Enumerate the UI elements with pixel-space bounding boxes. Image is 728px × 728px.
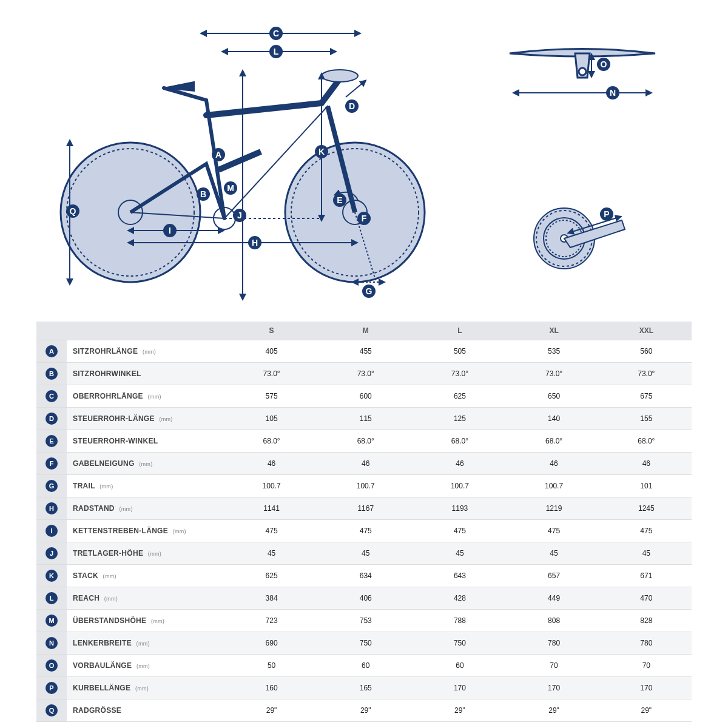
row-value: 170 — [413, 677, 507, 699]
row-label: SITZROHRLÄNGE (mm) — [67, 340, 224, 363]
row-key-badge: N — [46, 637, 58, 649]
svg-text:L: L — [274, 47, 279, 56]
row-value: 45 — [601, 542, 692, 565]
row-value: 73.0° — [318, 363, 413, 385]
row-value: 788 — [413, 610, 507, 632]
row-key-badge: A — [46, 345, 58, 357]
geometry-table: SMLXLXXL ASITZROHRLÄNGE (mm)405455505535… — [36, 322, 692, 722]
row-value: 29" — [318, 699, 413, 722]
svg-text:J: J — [237, 211, 242, 220]
dim-badge-c: C — [269, 27, 283, 40]
handlebar-diagram: O N — [504, 35, 661, 108]
svg-text:N: N — [610, 88, 616, 98]
row-key-badge: O — [46, 659, 58, 672]
geo-row: GTRAIL (mm)100.7100.7100.7100.7101 — [36, 475, 692, 497]
row-key-badge: I — [46, 525, 58, 537]
geo-row: KSTACK (mm)625634643657671 — [36, 565, 692, 587]
geo-row: JTRETLAGER-HÖHE (mm)4545454545 — [36, 542, 692, 565]
row-value: 657 — [507, 565, 601, 587]
row-value: 828 — [601, 610, 692, 632]
row-value: 1245 — [601, 497, 692, 520]
row-key-badge: F — [46, 457, 58, 470]
row-label: TRETLAGER-HÖHE (mm) — [67, 542, 224, 565]
row-value: 505 — [413, 340, 507, 363]
dim-badge-h: H — [248, 236, 261, 249]
row-value: 45 — [413, 542, 507, 565]
row-key-badge: Q — [46, 704, 58, 716]
crank-diagram: P — [528, 190, 637, 281]
row-value: 29" — [507, 699, 601, 722]
row-label: STEUERROHR-LÄNGE (mm) — [67, 408, 224, 430]
row-value: 45 — [224, 542, 318, 565]
row-key-badge: K — [46, 570, 58, 582]
row-value: 475 — [318, 520, 413, 542]
svg-text:M: M — [227, 183, 234, 193]
row-value: 690 — [224, 632, 318, 655]
row-label: SITZROHRWINKEL — [67, 363, 224, 385]
row-value: 155 — [601, 408, 692, 430]
row-key-badge: L — [46, 592, 58, 604]
row-label: STEUERROHR-WINKEL — [67, 430, 224, 453]
svg-text:G: G — [366, 286, 372, 296]
row-value: 650 — [507, 385, 601, 408]
dim-badge-p: P — [600, 207, 613, 221]
dim-badge-b: B — [197, 187, 210, 201]
svg-text:H: H — [252, 238, 258, 248]
dim-badge-o: O — [597, 58, 610, 71]
geo-row: BSITZROHRWINKEL73.0°73.0°73.0°73.0°73.0° — [36, 363, 692, 385]
geo-row: OVORBAULÄNGE (mm)5060607070 — [36, 655, 692, 677]
row-value: 750 — [413, 632, 507, 655]
dim-badge-j: J — [233, 209, 246, 222]
geometry-diagram: ABCDEFGHIJKLMQ O N — [36, 12, 692, 303]
svg-text:A: A — [215, 150, 221, 160]
row-value: 101 — [601, 475, 692, 497]
row-value: 60 — [318, 655, 413, 677]
row-key-badge: D — [46, 413, 58, 425]
geo-row: MÜBERSTANDSHÖHE (mm)723753788808828 — [36, 610, 692, 632]
row-value: 600 — [318, 385, 413, 408]
size-col: S — [224, 322, 318, 340]
row-value: 475 — [413, 520, 507, 542]
row-value: 105 — [224, 408, 318, 430]
row-value: 68.0° — [413, 430, 507, 453]
row-value: 73.0° — [224, 363, 318, 385]
row-value: 46 — [224, 453, 318, 475]
row-label: VORBAULÄNGE (mm) — [67, 655, 224, 677]
row-value: 455 — [318, 340, 413, 363]
row-value: 406 — [318, 587, 413, 610]
row-value: 405 — [224, 340, 318, 363]
dim-badge-m: M — [224, 181, 237, 195]
row-value: 46 — [507, 453, 601, 475]
svg-text:Q: Q — [70, 206, 76, 216]
row-label: STACK (mm) — [67, 565, 224, 587]
dim-badge-i: I — [163, 224, 177, 237]
row-value: 115 — [318, 408, 413, 430]
size-col: L — [413, 322, 507, 340]
row-label: KETTENSTREBEN-LÄNGE (mm) — [67, 520, 224, 542]
row-value: 560 — [601, 340, 692, 363]
svg-text:F: F — [362, 214, 367, 223]
row-value: 68.0° — [318, 430, 413, 453]
row-value: 46 — [318, 453, 413, 475]
svg-text:D: D — [349, 101, 355, 111]
row-value: 625 — [413, 385, 507, 408]
row-value: 73.0° — [507, 363, 601, 385]
geo-row: FGABELNEIGUNG (mm)4646464646 — [36, 453, 692, 475]
row-value: 1219 — [507, 497, 601, 520]
svg-point-6 — [322, 70, 358, 82]
size-col: XL — [507, 322, 601, 340]
geo-row: QRADGRÖSSE29"29"29"29"29" — [36, 699, 692, 722]
row-value: 384 — [224, 587, 318, 610]
geo-row: NLENKERBREITE (mm)690750750780780 — [36, 632, 692, 655]
row-value: 73.0° — [601, 363, 692, 385]
row-key-badge: H — [46, 502, 58, 514]
row-value: 68.0° — [601, 430, 692, 453]
row-label: RADGRÖSSE — [67, 699, 224, 722]
row-value: 100.7 — [507, 475, 601, 497]
row-value: 100.7 — [413, 475, 507, 497]
svg-text:E: E — [337, 195, 342, 205]
row-value: 475 — [224, 520, 318, 542]
row-label: LENKERBREITE (mm) — [67, 632, 224, 655]
dim-badge-a: A — [212, 148, 225, 161]
row-value: 625 — [224, 565, 318, 587]
